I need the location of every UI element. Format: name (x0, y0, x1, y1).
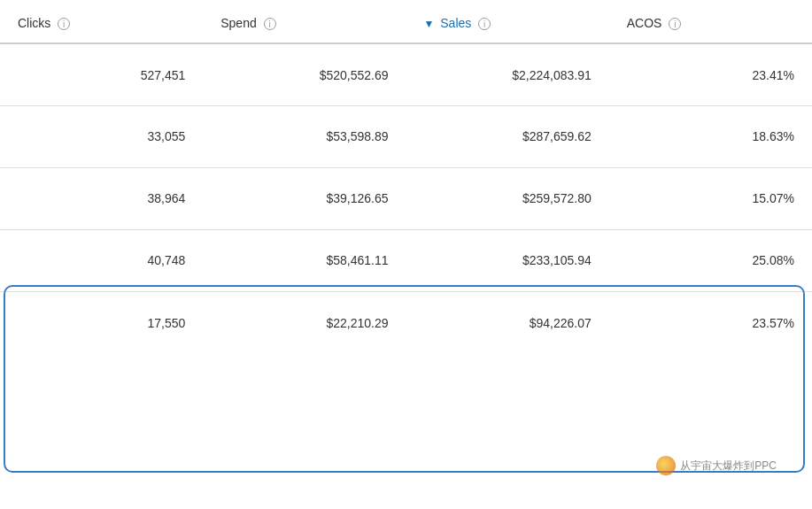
cell-acos-3: 25.08% (609, 229, 812, 291)
header-acos[interactable]: ACOS i (609, 0, 812, 43)
cell-sales-1: $287,659.62 (406, 105, 609, 167)
table-row: 40,748$58,461.11$233,105.9425.08% (0, 229, 812, 291)
cell-spend-1: $53,598.89 (203, 105, 406, 167)
cell-clicks-2: 38,964 (0, 167, 203, 229)
header-acos-label: ACOS (627, 16, 662, 30)
header-spend[interactable]: Spend i (203, 0, 406, 43)
spend-info-icon[interactable]: i (264, 18, 276, 30)
cell-sales-4: $94,226.07 (406, 291, 609, 353)
cell-clicks-1: 33,055 (0, 105, 203, 167)
cell-clicks-4: 17,550 (0, 291, 203, 353)
table-header-row: Clicks i Spend i ▼ Sales i ACOS i (0, 0, 812, 43)
cell-acos-0: 23.41% (609, 43, 812, 105)
header-clicks-label: Clicks (18, 16, 50, 30)
table-row: 33,055$53,598.89$287,659.6218.63% (0, 105, 812, 167)
sales-info-icon[interactable]: i (478, 18, 491, 30)
table-row: 38,964$39,126.65$259,572.8015.07% (0, 167, 812, 229)
cell-spend-3: $58,461.11 (203, 229, 406, 291)
watermark: 从宇宙大爆炸到PPC (656, 456, 777, 475)
data-table-container: Clicks i Spend i ▼ Sales i ACOS i 52 (0, 0, 812, 509)
header-sales[interactable]: ▼ Sales i (406, 0, 609, 43)
cell-sales-2: $259,572.80 (406, 167, 609, 229)
clicks-info-icon[interactable]: i (58, 18, 70, 30)
cell-spend-0: $520,552.69 (203, 43, 406, 105)
cell-clicks-3: 40,748 (0, 229, 203, 291)
watermark-text: 从宇宙大爆炸到PPC (680, 459, 777, 474)
header-clicks[interactable]: Clicks i (0, 0, 203, 43)
table-row: 527,451$520,552.69$2,224,083.9123.41% (0, 43, 812, 105)
cell-spend-2: $39,126.65 (203, 167, 406, 229)
cell-sales-3: $233,105.94 (406, 229, 609, 291)
cell-acos-4: 23.57% (609, 291, 812, 353)
metrics-table: Clicks i Spend i ▼ Sales i ACOS i 52 (0, 0, 812, 353)
cell-acos-2: 15.07% (609, 167, 812, 229)
sort-arrow-icon: ▼ (424, 18, 435, 30)
cell-acos-1: 18.63% (609, 105, 812, 167)
table-row: 17,550$22,210.29$94,226.0723.57% (0, 291, 812, 353)
acos-info-icon[interactable]: i (669, 18, 681, 30)
cell-spend-4: $22,210.29 (203, 291, 406, 353)
cell-sales-0: $2,224,083.91 (406, 43, 609, 105)
header-spend-label: Spend (220, 16, 256, 30)
table-body: 527,451$520,552.69$2,224,083.9123.41%33,… (0, 43, 812, 353)
watermark-icon (656, 456, 676, 475)
header-sales-label: Sales (440, 16, 471, 30)
cell-clicks-0: 527,451 (0, 43, 203, 105)
